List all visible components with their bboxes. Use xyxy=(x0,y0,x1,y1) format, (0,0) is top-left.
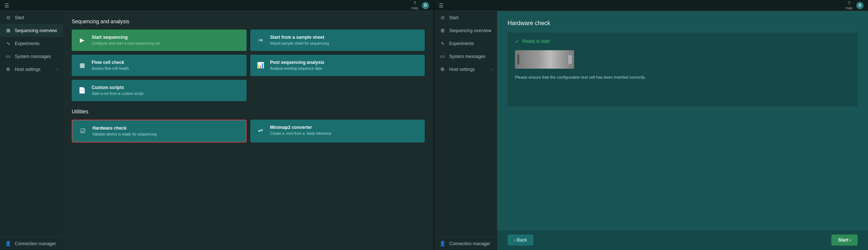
card-start-sequencing-text: Start sequencing Configure and start a n… xyxy=(92,35,160,46)
sidebar-label-system-messages: System messages xyxy=(15,54,58,59)
right-help-label: Help xyxy=(845,6,852,10)
sample-sheet-icon: ⇒ xyxy=(255,35,266,45)
ensure-text: Please ensure that the configuration tes… xyxy=(515,75,850,80)
card-flow-cell-check-text: Flow cell check Assess flow cell health xyxy=(92,60,129,71)
right-connection-manager-icon: 👤 xyxy=(440,241,445,246)
sidebar-item-experiments[interactable]: ∿ Experiments xyxy=(0,37,63,50)
sequencing-section-title: Sequencing and analysis xyxy=(72,18,425,24)
card-post-sequencing-desc: Analyse existing sequence data xyxy=(270,66,325,71)
right-system-messages-icon: ▭ xyxy=(440,54,445,59)
card-flow-cell-check[interactable]: ▦ Flow cell check Assess flow cell healt… xyxy=(72,55,247,76)
left-main-content: Sequencing and analysis ▶ Start sequenci… xyxy=(63,11,434,250)
card-start-sequencing[interactable]: ▶ Start sequencing Configure and start a… xyxy=(72,30,247,51)
card-hardware-check-title: Hardware check xyxy=(92,126,156,131)
flow-cell-check-icon: ▦ xyxy=(77,60,87,70)
right-experiments-icon: ∿ xyxy=(440,41,445,46)
hardware-check-page-title: Hardware check xyxy=(508,20,858,27)
sidebar-item-system-messages[interactable]: ▭ System messages xyxy=(0,50,63,63)
right-sidebar-item-system-messages[interactable]: ▭ System messages xyxy=(434,50,497,63)
card-hardware-check[interactable]: ☑ Hardware check Validate device is read… xyxy=(72,120,247,143)
hardware-check-box: ✓ Ready to start Please ensure that the … xyxy=(508,32,858,106)
help-label: Help xyxy=(411,6,418,10)
right-main-area: ? Help D Hardware check ✓ Ready to start xyxy=(497,0,868,250)
card-minimap2-title: Minimap2 converter xyxy=(270,125,332,130)
device-inner xyxy=(515,50,574,69)
action-bar: ‹ Back Start › xyxy=(497,230,868,250)
custom-scripts-icon: 📄 xyxy=(77,85,87,95)
card-minimap2-text: Minimap2 converter Create a .mmi from a … xyxy=(270,125,332,136)
right-topbar: ? Help D xyxy=(497,0,868,11)
sidebar-label-sequencing: Sequencing overview xyxy=(15,28,58,33)
user-avatar[interactable]: D xyxy=(422,2,429,9)
start-sequencing-icon: ▶ xyxy=(77,35,87,45)
right-sidebar: ☰ ⊙ Start ⊞ Sequencing overview ∿ Experi… xyxy=(434,0,497,250)
system-messages-icon: ▭ xyxy=(5,54,11,59)
card-start-sequencing-title: Start sequencing xyxy=(92,35,160,40)
right-sequencing-icon: ⊞ xyxy=(440,28,445,33)
device-left-notch xyxy=(517,54,519,65)
card-custom-scripts-desc: Start a run from a custom script xyxy=(92,91,143,96)
left-topbar: ? Help D xyxy=(63,0,434,11)
card-sample-sheet-text: Start from a sample sheet Import sample … xyxy=(270,35,329,46)
hardware-check-icon: ☑ xyxy=(78,126,88,136)
right-sidebar-item-connection-manager[interactable]: 👤 Connection manager xyxy=(434,237,497,250)
card-custom-scripts[interactable]: 📄 Custom scripts Start a run from a cust… xyxy=(72,80,247,101)
card-sample-sheet[interactable]: ⇒ Start from a sample sheet Import sampl… xyxy=(250,30,425,51)
experiments-icon: ∿ xyxy=(5,41,11,46)
card-post-sequencing[interactable]: 📊 Post sequencing analysis Analyse exist… xyxy=(250,55,425,76)
right-sidebar-header: ☰ xyxy=(434,0,497,11)
card-minimap2-desc: Create a .mmi from a .fasta reference xyxy=(270,131,332,136)
card-flow-cell-check-title: Flow cell check xyxy=(92,60,129,65)
left-sidebar: ☰ ⊙ Start ⊞ Sequencing overview ∿ Experi… xyxy=(0,0,63,250)
card-minimap2[interactable]: ⇌ Minimap2 converter Create a .mmi from … xyxy=(250,120,425,143)
card-flow-cell-check-desc: Assess flow cell health xyxy=(92,66,129,71)
right-content: Hardware check ✓ Ready to start Please e… xyxy=(497,11,868,230)
right-user-avatar[interactable]: D xyxy=(856,2,864,9)
right-start-icon: ⊙ xyxy=(440,15,445,20)
minimap2-icon: ⇌ xyxy=(255,125,266,135)
utilities-section-title: Utilities xyxy=(72,109,425,114)
card-post-sequencing-title: Post sequencing analysis xyxy=(270,60,325,65)
hamburger-icon[interactable]: ☰ xyxy=(4,3,9,8)
sidebar-item-sequencing-overview[interactable]: ⊞ Sequencing overview xyxy=(0,24,63,37)
right-help-button[interactable]: ? Help xyxy=(845,1,852,10)
start-label: Start › xyxy=(838,237,851,243)
sidebar-item-host-settings[interactable]: ⚙ Host settings › xyxy=(0,63,63,76)
right-sidebar-item-start[interactable]: ⊙ Start xyxy=(434,11,497,24)
right-host-settings-icon: ⚙ xyxy=(440,66,445,72)
sidebar-item-start[interactable]: ⊙ Start xyxy=(0,11,63,24)
back-button[interactable]: ‹ Back xyxy=(508,234,533,246)
sidebar-spacer xyxy=(0,76,63,237)
right-hamburger-icon[interactable]: ☰ xyxy=(439,3,444,8)
right-sidebar-label-experiments: Experiments xyxy=(449,41,492,46)
help-button[interactable]: ? Help xyxy=(411,1,418,10)
right-sidebar-spacer xyxy=(434,76,497,237)
right-sidebar-label-start: Start xyxy=(449,15,492,20)
sequencing-cards-grid: ▶ Start sequencing Configure and start a… xyxy=(72,30,425,101)
ready-check-icon: ✓ xyxy=(515,38,519,44)
right-sidebar-label-host-settings: Host settings xyxy=(449,67,487,72)
card-hardware-check-desc: Validate device is ready for sequencing xyxy=(92,132,156,137)
right-sidebar-item-experiments[interactable]: ∿ Experiments xyxy=(434,37,497,50)
start-icon: ⊙ xyxy=(5,15,11,20)
sidebar-label-experiments: Experiments xyxy=(15,41,58,46)
card-start-sequencing-desc: Configure and start a new sequencing run xyxy=(92,41,160,46)
right-panel: ☰ ⊙ Start ⊞ Sequencing overview ∿ Experi… xyxy=(434,0,868,250)
ready-status: ✓ Ready to start xyxy=(515,38,850,44)
sidebar-item-connection-manager[interactable]: 👤 Connection manager xyxy=(0,237,63,250)
start-button[interactable]: Start › xyxy=(831,234,858,246)
right-sidebar-label-sequencing: Sequencing overview xyxy=(449,28,492,33)
card-hardware-check-text: Hardware check Validate device is ready … xyxy=(92,126,156,137)
utilities-cards-grid: ☑ Hardware check Validate device is read… xyxy=(72,120,425,143)
card-post-sequencing-text: Post sequencing analysis Analyse existin… xyxy=(270,60,325,71)
host-settings-icon: ⚙ xyxy=(5,66,11,72)
back-label: ‹ Back xyxy=(514,237,527,243)
host-settings-arrow-icon: › xyxy=(57,67,58,71)
sequencing-overview-icon: ⊞ xyxy=(5,28,11,33)
right-sidebar-item-sequencing[interactable]: ⊞ Sequencing overview xyxy=(434,24,497,37)
device-right-notch xyxy=(568,55,572,64)
right-sidebar-item-host-settings[interactable]: ⚙ Host settings › xyxy=(434,63,497,76)
help-icon: ? xyxy=(413,1,416,6)
left-sidebar-header: ☰ xyxy=(0,0,63,11)
card-custom-scripts-text: Custom scripts Start a run from a custom… xyxy=(92,85,143,96)
